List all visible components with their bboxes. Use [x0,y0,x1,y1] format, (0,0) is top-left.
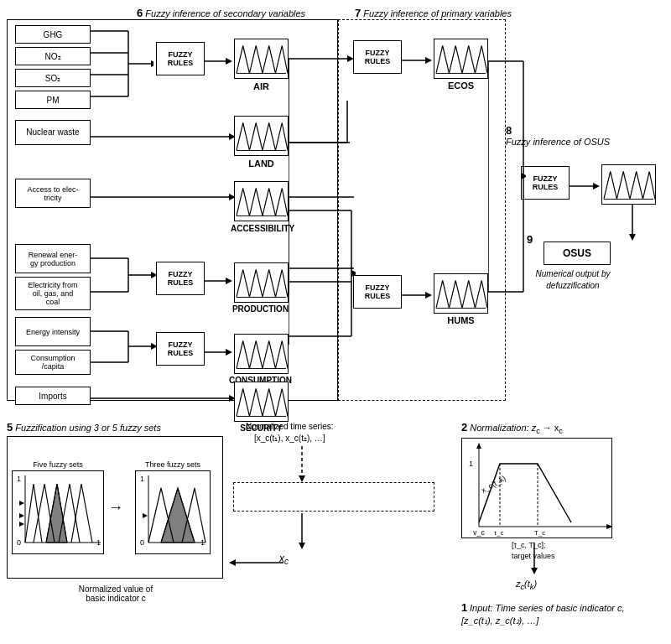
svg-marker-44 [425,292,432,299]
svg-marker-8 [226,58,232,65]
section6-label: 6 Fuzzy inference of secondary variables [137,7,305,19]
section5-area: 5 Fuzzification using 3 or 5 fuzzy sets … [7,421,225,635]
svg-marker-38 [425,57,432,64]
fuzzy-sets-box: Five fuzzy sets 1 0 1 [7,436,223,579]
svg-marker-76 [19,501,24,506]
svg-text:0: 0 [140,538,144,547]
input-no2: NO₂ [15,47,91,65]
three-sets-diagram: Three fuzzy sets 1 0 1 [127,460,218,554]
mf-air [234,39,289,79]
svg-marker-78 [19,522,24,527]
svg-text:0: 0 [17,538,21,547]
arrow-ecos-fr-to-mf [402,55,434,66]
section1-label: 1 Input: Time series of basic indicator … [461,601,658,627]
input-renewal-energy: Renewal ener-gy production [15,244,91,273]
svg-marker-91 [229,559,236,566]
svg-text:1: 1 [140,475,144,483]
arrow-xc-to-step5 [229,557,283,569]
divider-arrow: → [108,499,123,517]
label-land: LAND [234,158,289,169]
main-container: 6 Fuzzy inference of secondary variables… [0,0,671,644]
input-access-electricity: Access to elec-tricity [15,179,91,208]
mf-security [234,382,289,422]
air-arrows [91,22,153,118]
svg-text:1: 1 [17,475,21,483]
svg-text:τ_c: τ_c [494,529,504,537]
input-electricity-oil: Electricity fromoil, gas, andcoal [15,277,91,310]
five-sets-label: Five fuzzy sets [33,460,83,469]
arrow-mf-to-osus-box [627,205,638,242]
normalized-value-label: Normalized value ofbasic indicator c [23,584,208,603]
svg-marker-87 [299,475,305,482]
svg-text:v_c: v_c [473,528,486,537]
svg-marker-102 [606,524,613,529]
arrow-to-air-mf [205,55,234,67]
svg-marker-89 [299,543,305,549]
arrow-osus-fr-to-mf [570,180,601,192]
mf-consumption [234,334,289,374]
arrow-ts-down [296,446,308,484]
svg-marker-77 [19,513,24,518]
svg-text:1: 1 [200,538,205,547]
input-pm: PM [15,91,91,109]
input-ghg: GHG [15,25,91,44]
section9-label: 9 [527,233,533,246]
svg-marker-101 [476,443,481,449]
three-sets-chart: 1 0 1 [135,470,211,554]
label-air: AIR [234,81,289,91]
svg-text:1: 1 [96,538,101,547]
fuzzy-rules-ecos: FUZZY RULES [353,40,402,74]
svg-marker-57 [351,270,356,277]
normalized-ts-label: Normalized time series:[x_c(t₁), x_c(t₂)… [246,421,333,444]
label-hums: HUMS [434,315,488,325]
zc-tk-label: zc(tk) [516,579,537,591]
fuzzy-rules-air: FUZZY RULES [156,42,205,75]
mf-land [234,116,289,156]
defuzzification-label: Numerical output bydefuzzification [523,268,623,292]
middle-bottom: Normalized time series:[x_c(t₁), x_c(t₂)… [229,421,455,635]
osus-output-box: OSUS [544,242,611,265]
ecos-hums-to-osus [488,57,526,296]
mf-osus [601,164,656,205]
input-energy-intensity: Energy intensity [15,317,91,346]
mf-production [234,262,289,303]
steps34-box [233,482,434,512]
svg-marker-22 [226,278,232,284]
svg-text:1: 1 [469,460,473,468]
arrow-access-to-acc [91,191,237,203]
top-section: 6 Fuzzy inference of secondary variables… [7,7,663,416]
five-sets-diagram: Five fuzzy sets 1 0 1 [12,460,104,554]
fuzzy-rules-hums: FUZZY RULES [353,275,402,309]
production-arrows [91,244,158,311]
cat-to-hums-arrows [289,198,356,349]
input-so2: SO₂ [15,69,91,87]
mf-accessibility [234,181,289,221]
input-imports: Imports [15,387,91,405]
svg-marker-6 [151,60,153,67]
arrow-prod-fr-to-mf [205,275,234,287]
input-nuclear-waste: Nuclear waste [15,120,91,145]
fuzzy-rules-osus: FUZZY RULES [521,166,570,200]
svg-text:x_c(t_k): x_c(t_k) [480,474,507,495]
svg-text:T_c: T_c [534,529,545,537]
fuzzy-rules-production: FUZZY RULES [156,262,205,295]
arrow-cons-fr-to-mf [205,346,234,358]
arrow-imports-to-sec [91,392,237,404]
arrow-hums-fr-to-mf [402,289,434,301]
three-sets-label: Three fuzzy sets [145,460,200,469]
right-bottom: 2 Normalization: zc → xc 1 v_c [461,421,663,635]
section7-label: 7 Fuzzy inference of primary variables [355,7,512,19]
svg-marker-69 [629,234,636,241]
label-ecos: ECOS [434,80,488,91]
svg-marker-30 [226,349,232,356]
normalization-chart: 1 v_c τ_c T_c x_c(t_k) [461,438,612,538]
svg-marker-85 [143,513,148,518]
arrow-nuclear-to-land [91,131,237,143]
arrow-norm-down [528,543,540,576]
consumption-arrows [91,317,158,376]
input-consumption-capita: Consumption/capita [15,350,91,375]
svg-marker-104 [531,568,538,574]
five-sets-chart: 1 0 1 [12,470,104,554]
section2-label: 2 Normalization: zc → xc [461,421,663,435]
land-to-ecos-line [289,137,356,148]
